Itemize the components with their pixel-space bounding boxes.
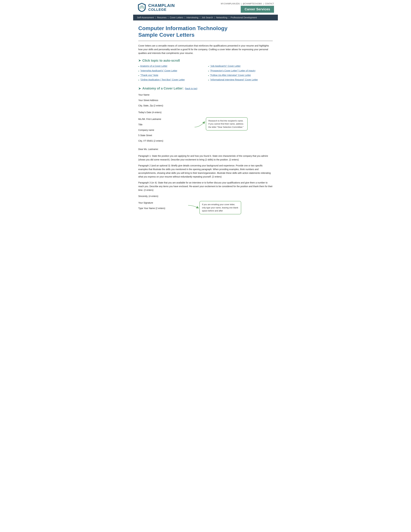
toc-container: • Anatomy of a Cover Letter • "Internshi… (138, 65, 273, 82)
callout1-area: Research to find the recipient's name. I… (193, 117, 273, 131)
paragraph1: Paragraph 1: State the position you are … (138, 154, 273, 162)
nav-networking[interactable]: Networking (216, 16, 227, 19)
callout2-box: If you are emailing your cover letter, o… (199, 201, 241, 214)
sincerely: Sincerely, (4 enters) (138, 194, 273, 198)
nav-interviewing[interactable]: Interviewing (186, 16, 198, 19)
toc-heading: ➤ Click topic to auto-scroll (138, 58, 273, 62)
toc-link-online[interactable]: "Online Application / Text Box" Cover Le… (140, 78, 185, 81)
company: Company name (138, 128, 193, 132)
recipient-block-wrapper: Ms./Mr. First Lastname Title Company nam… (138, 117, 273, 144)
anatomy-section-heading: ➤ Anatomy of a Cover Letter: (back to to… (138, 86, 273, 90)
my-champlain-link[interactable]: MY.CHAMPLAIN.EDU (221, 3, 240, 5)
city-state-zip: City, State, Zip (2 enters) (138, 104, 273, 108)
toc-item-7: • "Follow Up After Interview" Cover Lett… (208, 74, 273, 77)
toc-item-2: • "Internship Applicant's" Cover Letter (138, 69, 203, 73)
recipient-address-block: Ms./Mr. First Lastname Title Company nam… (138, 117, 193, 144)
anatomy-arrow-icon: ➤ (138, 86, 141, 90)
toc-link-informational[interactable]: "Informational Interview Request" Cover … (210, 78, 258, 81)
navbar: Self-Assessment | Resumes | Cover Letter… (133, 15, 278, 20)
twitter-link[interactable]: @CHAMPTECHJOBS (243, 3, 262, 5)
intro-text: Cover letters are a versatile means of c… (138, 44, 273, 55)
paragraph2: Paragraph 2 (and an optional 3): Briefly… (138, 164, 273, 179)
callout2-area: If you are emailing your cover letter, o… (187, 201, 273, 214)
signature-block: Your Signature Type Your Name (2 enters) (138, 201, 187, 212)
signature-wrapper: Your Signature Type Your Name (2 enters)… (138, 201, 273, 214)
toc-item-3: • "Thank you" Note (138, 74, 203, 77)
toc-link-internship[interactable]: "Internship Applicant's" Cover Letter (140, 69, 177, 72)
toc-link-thankyou[interactable]: "Thank you" Note (140, 74, 158, 76)
title-divider (138, 41, 273, 41)
paragraph3: Paragraph 3 (or 4): State that you are a… (138, 181, 273, 192)
main-content: Computer Information Technology Sample C… (133, 20, 278, 220)
toc-link-anatomy[interactable]: Anatomy of a Cover Letter (140, 65, 167, 67)
title: Title (138, 123, 193, 127)
toc-right-col: • "Job Applicant's" Cover Letter • "Pros… (208, 65, 273, 82)
logo-college: COLLEGE (148, 8, 175, 12)
toc-link-prospector[interactable]: "Prospector's Cover Letter"/ Letter of I… (210, 69, 256, 72)
your-street: Your Street Address (138, 98, 273, 102)
sep2: | (263, 3, 264, 5)
paragraph1-block: Paragraph 1: State the position you are … (138, 154, 273, 162)
nav-professional-development[interactable]: Professional Development (231, 16, 257, 19)
paragraph3-block: Paragraph 3 (or 4): State that you are a… (138, 181, 273, 192)
callout2-arrow-svg (187, 204, 199, 212)
callout1-arrow-svg (193, 119, 206, 129)
nav-cover-letters[interactable]: Cover Letters (170, 16, 183, 19)
contact-link[interactable]: CONTACT (265, 3, 274, 5)
toc-left-col: • Anatomy of a Cover Letter • "Internshi… (138, 65, 203, 82)
todays-date: Today's Date (4 enters) (138, 111, 273, 114)
sender-address-block: Your Name Your Street Address City, Stat… (138, 93, 273, 108)
your-signature: Your Signature (138, 201, 187, 205)
logo-area: 1878 CHAMPLAIN COLLEGE (137, 3, 175, 12)
back-to-top-link[interactable]: (back to top) (185, 87, 197, 90)
header-links: MY.CHAMPLAIN.EDU | @CHAMPTECHJOBS | CONT… (221, 3, 274, 5)
date-block: Today's Date (4 enters) (138, 111, 273, 114)
callout1-box: Research to find the recipient's name. I… (206, 117, 248, 131)
career-services-badge: Career Services (241, 6, 274, 13)
sep1: | (241, 3, 242, 5)
toc-item-1: • Anatomy of a Cover Letter (138, 65, 203, 68)
nav-resumes[interactable]: Resumes (157, 16, 167, 19)
street: 5 State Street (138, 133, 193, 137)
page-title: Computer Information Technology Sample C… (138, 25, 273, 38)
toc-item-6: • "Prospector's Cover Letter"/ Letter of… (208, 69, 273, 73)
dear-line: Dear Ms. Lastname: (138, 147, 273, 151)
nav-self-assessment[interactable]: Self-Assessment (137, 16, 154, 19)
city-vt: City, VT 05401 (2 enters) (138, 139, 193, 143)
your-name: Your Name (138, 93, 273, 97)
toc-item-5: • "Job Applicant's" Cover Letter (208, 65, 273, 68)
toc-item-4: • "Online Application / Text Box" Cover … (138, 78, 203, 82)
toc-link-followup[interactable]: "Follow Up After Interview" Cover Letter (210, 74, 251, 76)
toc-arrow-icon: ➤ (138, 58, 141, 62)
paragraph2-block: Paragraph 2 (and an optional 3): Briefly… (138, 164, 273, 179)
toc-link-job-applicant[interactable]: "Job Applicant's" Cover Letter (210, 65, 241, 67)
type-name: Type Your Name (2 enters) (138, 207, 187, 210)
champlain-shield-icon: 1878 (137, 3, 147, 12)
logo-champlain: CHAMPLAIN (148, 3, 175, 8)
page-header: 1878 CHAMPLAIN COLLEGE MY.CHAMPLAIN.EDU … (133, 0, 278, 13)
ms-mr: Ms./Mr. First Lastname (138, 117, 193, 121)
dear-block: Dear Ms. Lastname: (138, 147, 273, 151)
logo-text: CHAMPLAIN COLLEGE (148, 3, 175, 12)
toc-item-8: • "Informational Interview Request" Cove… (208, 78, 273, 82)
nav-job-search[interactable]: Job Search (202, 16, 213, 19)
header-right: MY.CHAMPLAIN.EDU | @CHAMPTECHJOBS | CONT… (221, 3, 274, 13)
sincerely-block: Sincerely, (4 enters) (138, 194, 273, 198)
